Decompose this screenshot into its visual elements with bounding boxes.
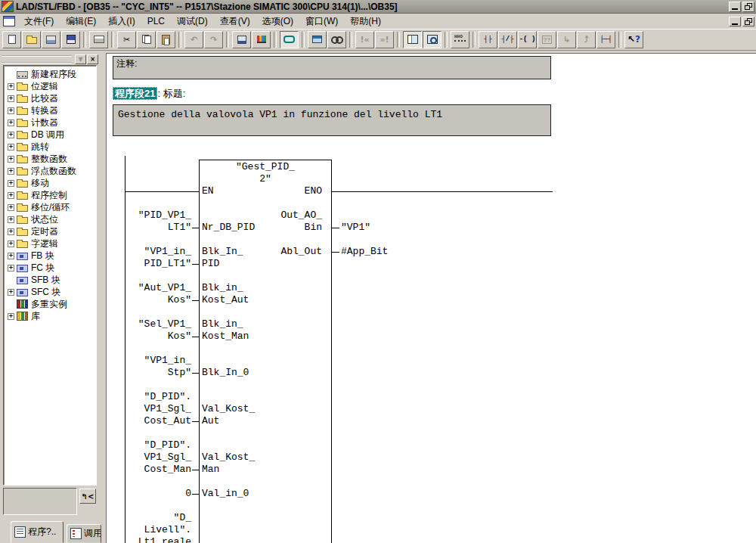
tab-call-structure[interactable]: 调用 — [67, 524, 101, 543]
save-button[interactable] — [61, 31, 80, 48]
sidebar-item[interactable]: +字逻辑 — [4, 237, 96, 250]
sidebar-item[interactable]: +程序控制 — [4, 189, 96, 201]
menu-file[interactable]: 文件(F) — [18, 14, 60, 29]
mdi-minimize-button[interactable] — [729, 17, 741, 26]
expand-icon[interactable]: + — [8, 180, 14, 187]
mdi-restore-button[interactable] — [742, 17, 754, 26]
cut-button[interactable]: ✂ — [117, 31, 136, 48]
fbd-operand[interactable]: "VP1" — [341, 222, 370, 234]
panel-dropdown-button[interactable]: ▼ — [75, 54, 86, 64]
expand-icon[interactable]: + — [8, 192, 14, 199]
split-window-button[interactable] — [403, 31, 422, 48]
expand-icon[interactable]: + — [8, 168, 14, 175]
expand-icon[interactable]: + — [8, 228, 14, 235]
menu-window[interactable]: 窗口(W) — [299, 14, 344, 29]
expand-icon[interactable]: + — [8, 156, 14, 163]
sidebar-item[interactable]: +DB 调用 — [4, 129, 96, 141]
sidebar-item[interactable]: +计数器 — [4, 116, 96, 129]
print-button[interactable] — [89, 31, 108, 48]
menu-debug[interactable]: 调试(D) — [171, 14, 214, 29]
sidebar-item[interactable]: +FB 块 — [4, 250, 96, 262]
download-button[interactable] — [232, 31, 251, 48]
fbd-operand[interactable]: #App_Bit — [341, 246, 388, 258]
close-branch-button[interactable]: ⤴ — [577, 31, 596, 48]
sidebar-item[interactable]: +浮点数函数 — [4, 165, 96, 177]
restore-button[interactable] — [742, 2, 754, 12]
symbol-information-button[interactable] — [280, 31, 299, 48]
new-network-button[interactable] — [451, 31, 469, 48]
fbd-operand[interactable]: "Aut_VP1_ Kos" — [107, 282, 191, 306]
menu-insert[interactable]: 插入(I) — [102, 14, 141, 29]
new-button[interactable] — [2, 31, 21, 48]
sidebar-item[interactable]: +FC 块 — [4, 262, 96, 274]
sidebar-item[interactable]: +移动 — [4, 177, 96, 189]
sidebar-item[interactable]: +状态位 — [4, 213, 96, 225]
fbd-operand[interactable]: "VP1_in_ Stp" — [107, 355, 191, 379]
sidebar-item[interactable]: +位逻辑 — [4, 80, 96, 92]
sidebar-item[interactable]: +移位/循环 — [4, 201, 96, 213]
undo-button[interactable]: ↶ — [184, 31, 203, 48]
minimize-button[interactable] — [729, 2, 741, 12]
expand-icon[interactable]: + — [8, 253, 14, 259]
expand-icon[interactable]: + — [8, 289, 14, 296]
sidebar-item[interactable]: SFB 块 — [4, 274, 96, 286]
fbd-operand[interactable]: "PID_VP1_ LT1" — [107, 209, 191, 234]
goto-next-error-button[interactable]: »! — [375, 31, 394, 48]
expand-icon[interactable]: + — [8, 216, 14, 223]
fbd-operand[interactable]: 0 — [107, 488, 191, 500]
tab-program-elements[interactable]: 程序?.. — [11, 521, 64, 543]
expand-icon[interactable]: + — [8, 83, 14, 90]
menu-view[interactable]: 查看(V) — [214, 14, 256, 29]
no-contact-button[interactable]: ┤├ — [479, 31, 497, 48]
coil-button[interactable]: -( ) — [518, 31, 537, 48]
menu-options[interactable]: 选项(O) — [256, 14, 299, 29]
open-button[interactable] — [22, 31, 41, 48]
expand-icon[interactable]: + — [8, 313, 14, 320]
monitor-variable-button[interactable] — [252, 31, 271, 48]
sidebar-item[interactable]: +库 — [4, 310, 96, 322]
goto-previous-error-button[interactable]: !« — [355, 31, 374, 48]
insert-connection-button[interactable]: ├─┤ — [596, 31, 615, 48]
help-cursor-button[interactable]: ↖? — [624, 31, 643, 48]
nc-contact-button[interactable]: ┤/├ — [498, 31, 517, 48]
expand-icon[interactable]: + — [8, 240, 14, 247]
menu-help[interactable]: 帮助(H) — [344, 14, 387, 29]
fbd-operand[interactable]: "Sel_VP1_ Kos" — [107, 318, 191, 343]
expand-icon[interactable]: + — [8, 95, 14, 102]
block-title[interactable]: "Gest_PID_ 2" — [199, 161, 332, 185]
menu-plc[interactable]: PLC — [141, 14, 171, 28]
open-online-button[interactable] — [42, 31, 60, 48]
redo-button[interactable]: ↷ — [204, 31, 223, 48]
open-branch-button[interactable]: ↳ — [557, 31, 576, 48]
fbd-operand[interactable]: "VP1_in_ PID_LT1" — [107, 246, 191, 270]
sidebar-item[interactable]: +转换器 — [4, 104, 96, 116]
expand-icon[interactable]: + — [8, 204, 14, 211]
sidebar-item[interactable]: +定时器 — [4, 225, 96, 237]
monitor-on-off-button[interactable] — [327, 31, 346, 48]
expand-icon[interactable]: + — [8, 132, 14, 138]
expand-icon[interactable]: + — [8, 265, 14, 272]
paste-button[interactable] — [156, 31, 175, 48]
sidebar-item[interactable]: 新建程序段 — [4, 68, 96, 80]
panel-close-button[interactable]: × — [87, 54, 98, 64]
expand-icon[interactable]: + — [8, 119, 14, 126]
fbd-operand[interactable]: "D_ Livell". Lt1 reale — [107, 512, 191, 543]
sidebar-item[interactable]: +跳转 — [4, 141, 96, 153]
overview-button[interactable] — [423, 31, 442, 48]
expand-icon[interactable]: + — [8, 107, 14, 114]
expand-icon[interactable]: + — [8, 144, 14, 150]
menu-edit[interactable]: 编辑(E) — [60, 14, 102, 29]
sidebar-item[interactable]: +SFC 块 — [4, 286, 96, 298]
document-window-icon[interactable] — [3, 16, 15, 26]
fbd-operand[interactable]: "D_PID". VP1_Sgl_ Cost_Aut — [107, 391, 191, 427]
fbd-operand[interactable]: "D_PID". VP1_Sgl_ Cost_Man — [107, 439, 191, 476]
sidebar-item[interactable]: +比较器 — [4, 92, 96, 104]
copy-button[interactable] — [137, 31, 156, 48]
network-connection-button[interactable] — [308, 31, 327, 48]
empty-box-button[interactable]: ?? — [538, 31, 556, 48]
panel-header[interactable]: ▼ × — [2, 54, 98, 64]
sidebar-item[interactable]: 多重实例 — [4, 298, 96, 310]
sidebar-item[interactable]: +整数函数 — [4, 153, 96, 165]
jump-back-button[interactable]: ↰< — [79, 489, 96, 504]
drag-grip[interactable] — [2, 55, 72, 64]
